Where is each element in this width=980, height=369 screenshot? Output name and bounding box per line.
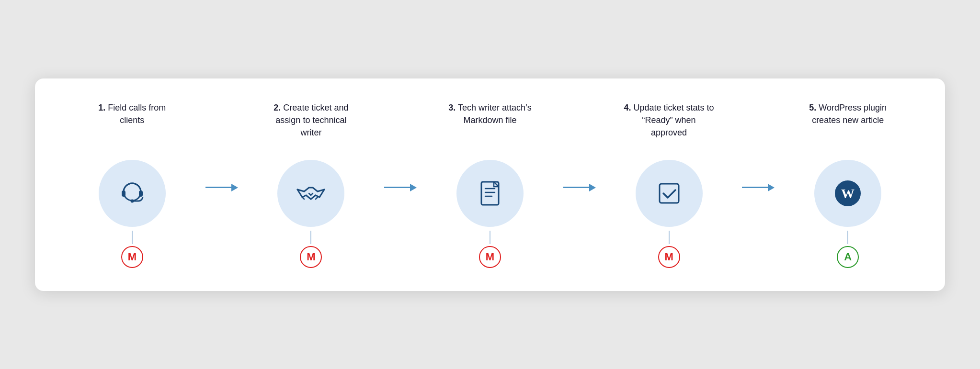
arrow-1-head bbox=[231, 184, 238, 191]
flow-container: 1. Field calls from clients M bbox=[62, 101, 918, 268]
step-1-label: 1. Field calls from clients bbox=[87, 101, 178, 145]
svg-text:W: W bbox=[841, 186, 855, 201]
step-3: 3. Tech writer attach’s Markdown file M bbox=[420, 101, 560, 268]
step-2-badge-line bbox=[310, 231, 311, 244]
step-3-number: 3. bbox=[448, 103, 456, 112]
step-5-number: 5. bbox=[809, 103, 816, 112]
arrow-3-shaft bbox=[563, 187, 589, 188]
step-3-icon-circle bbox=[456, 160, 524, 227]
step-3-text: Tech writer attach’s Markdown file bbox=[456, 103, 531, 125]
arrow-1-shape bbox=[205, 184, 238, 191]
svg-rect-5 bbox=[660, 184, 679, 203]
step-2-label: 2. Create ticket and assign to technical… bbox=[265, 101, 356, 145]
step-1: 1. Field calls from clients M bbox=[62, 101, 203, 268]
document-icon bbox=[473, 176, 507, 211]
step-4-icon-circle bbox=[636, 160, 703, 227]
step-2-visual: M bbox=[277, 160, 344, 268]
step-4-badge-line bbox=[669, 231, 670, 244]
flow-card: 1. Field calls from clients M bbox=[35, 78, 945, 291]
handshake-icon bbox=[294, 176, 328, 211]
step-2-badge: M bbox=[300, 246, 322, 268]
step-4-label: 4. Update ticket stats to “Ready” when a… bbox=[624, 101, 715, 145]
step-1-visual: M bbox=[99, 160, 166, 268]
step-1-icon-circle bbox=[99, 160, 166, 227]
step-5-badge-line bbox=[847, 231, 848, 244]
step-1-number: 1. bbox=[98, 103, 105, 112]
svg-rect-2 bbox=[139, 190, 143, 197]
arrow-2 bbox=[381, 160, 420, 191]
wordpress-icon: W bbox=[831, 176, 865, 211]
step-4-number: 4. bbox=[624, 103, 631, 112]
step-2: 2. Create ticket and assign to technical… bbox=[241, 101, 382, 268]
step-3-badge-line bbox=[490, 231, 490, 244]
step-5-label: 5. WordPress plugin creates new article bbox=[802, 101, 893, 145]
arrow-2-head bbox=[410, 184, 417, 191]
arrow-1 bbox=[203, 160, 241, 191]
svg-point-3 bbox=[130, 199, 134, 202]
step-5-badge: A bbox=[837, 246, 859, 268]
step-2-number: 2. bbox=[273, 103, 281, 112]
step-4-visual: M bbox=[636, 160, 703, 268]
arrow-3-shape bbox=[563, 184, 596, 191]
arrow-3-head bbox=[589, 184, 596, 191]
svg-rect-4 bbox=[481, 182, 499, 205]
arrow-2-shaft bbox=[384, 187, 410, 188]
step-3-label: 3. Tech writer attach’s Markdown file bbox=[444, 101, 536, 145]
step-2-text: Create ticket and assign to technical wr… bbox=[275, 103, 348, 137]
step-5-visual: W A bbox=[814, 160, 881, 268]
step-4-text: Update ticket stats to “Ready” when appr… bbox=[631, 103, 714, 137]
arrow-2-shape bbox=[384, 184, 417, 191]
step-3-badge: M bbox=[479, 246, 501, 268]
arrow-4-head bbox=[768, 184, 775, 191]
step-4-badge: M bbox=[658, 246, 680, 268]
arrow-4-shaft bbox=[742, 187, 768, 188]
checkbox-icon bbox=[652, 176, 686, 211]
step-2-icon-circle bbox=[277, 160, 344, 227]
step-1-badge-line bbox=[132, 231, 133, 244]
arrow-4 bbox=[739, 160, 777, 191]
svg-rect-1 bbox=[122, 190, 125, 197]
step-5: 5. WordPress plugin creates new article … bbox=[777, 101, 918, 268]
step-1-text: Field calls from clients bbox=[105, 103, 166, 125]
arrow-3 bbox=[560, 160, 599, 191]
step-5-icon-circle: W bbox=[814, 160, 881, 227]
headset-icon bbox=[115, 176, 149, 211]
step-1-badge: M bbox=[121, 246, 143, 268]
step-5-text: WordPress plugin creates new article bbox=[812, 103, 887, 125]
step-4: 4. Update ticket stats to “Ready” when a… bbox=[599, 101, 740, 268]
arrow-4-shape bbox=[742, 184, 775, 191]
arrow-1-shaft bbox=[205, 187, 231, 188]
step-3-visual: M bbox=[456, 160, 524, 268]
